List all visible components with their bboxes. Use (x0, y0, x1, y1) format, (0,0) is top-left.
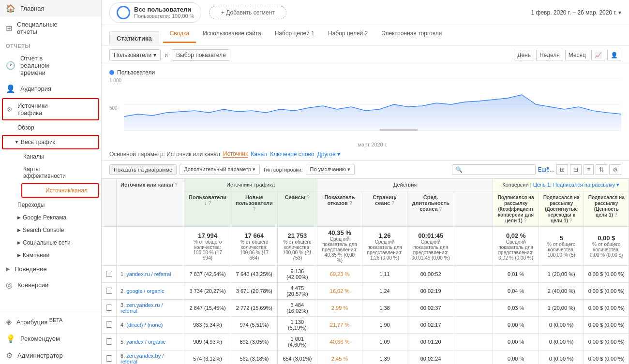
segment-area: Все пользователи Пользователи: 100,00 % … (109, 2, 286, 23)
sidebar-item-google-ads[interactable]: ▶ Google Реклама (0, 211, 101, 224)
row-checkbox-4[interactable] (106, 338, 112, 345)
separator-text: и (165, 52, 168, 58)
th-new-users[interactable]: Новыепользователи ? (231, 191, 278, 227)
y-label-top: 1 000 (109, 78, 121, 83)
row-checkbox-0[interactable] (106, 271, 112, 277)
row-checkbox-3[interactable] (106, 321, 112, 328)
metric-picker[interactable]: Выбор показателя (172, 49, 230, 61)
sidebar-item-home[interactable]: 🏠 Главная (0, 0, 101, 17)
admin-icon: ⚙ (6, 351, 13, 360)
dim-source[interactable]: Источник (223, 150, 248, 158)
expand-icon: ▼ (15, 140, 19, 145)
tab-summary[interactable]: Сводка (163, 25, 196, 43)
more-link[interactable]: Ещё... (538, 166, 554, 173)
all-users-segment[interactable]: Все пользователи Пользователи: 100,00 % (109, 2, 201, 23)
table-controls-right: 🔍 Ещё... ⊞ ⊟ ≡ ⇅ ⚙ (452, 164, 621, 175)
total-conv-goals: 5 % от общего количества: 100,00 % (5) (539, 227, 584, 266)
tab-goal-set-1[interactable]: Набор целей 1 (268, 25, 321, 43)
home-icon: 🏠 (6, 4, 15, 13)
pivot-btn[interactable]: ⊟ (570, 164, 582, 175)
expand-google-icon: ▶ (17, 215, 21, 220)
user-type-btn[interactable]: 👤 (607, 50, 621, 60)
additional-param-btn[interactable]: Дополнительный параметр ▾ (180, 164, 260, 175)
add-segment-button[interactable]: + Добавить сегмент (209, 6, 286, 19)
row-checkbox-5[interactable] (106, 355, 112, 362)
filter-btn[interactable]: ⇅ (596, 164, 607, 175)
th-conv-value[interactable]: Подписался на рассылку (Ценность цели 1)… (584, 191, 629, 227)
sidebar-item-social[interactable]: ▶ Социальные сети (0, 236, 101, 249)
th-users[interactable]: Пользователи ↓ ? (184, 191, 231, 227)
sidebar: 🏠 Главная ⊞ Специальныеотчеты ОТЧЕТЫ 🕐 О… (0, 0, 102, 364)
th-conv-rate[interactable]: Подписался на рассылку (Коэффициент конв… (493, 191, 539, 227)
controls-row: Пользователи ▾ и Выбор показателя День Н… (102, 45, 629, 65)
tab-goal-set-2[interactable]: Набор целей 2 (321, 25, 374, 43)
stats-label[interactable]: Статистика (109, 31, 159, 45)
show-on-chart-btn[interactable]: Показать на диаграмме (109, 164, 177, 175)
sidebar-item-source-channel[interactable]: Источник/канал (21, 183, 99, 198)
th-conv-goals[interactable]: Подписался на рассылку (Достигнутые пере… (539, 191, 584, 227)
th-pages[interactable]: Страниц/сеанс ? (362, 191, 407, 227)
th-dummy-spacer (454, 191, 493, 227)
segment-title: Все пользователи (134, 6, 194, 13)
sidebar-item-search-console[interactable]: ▶ Search Console (0, 224, 101, 236)
sidebar-item-special[interactable]: ⊞ Специальныеотчеты (0, 17, 101, 39)
chart-area: Пользователи 1 000 500 (102, 65, 629, 147)
sidebar-item-admin[interactable]: ⚙ Администратор (0, 347, 101, 364)
search-input[interactable] (464, 166, 532, 173)
date-range-text: 1 февр. 2020 г. – 26 мар. 2020 г. ▾ (531, 9, 621, 16)
sidebar-item-attribution[interactable]: ◈ Атрибуция BETA (0, 313, 101, 330)
dim-channel[interactable]: Канал (251, 151, 267, 158)
sidebar-item-all-traffic[interactable]: ▼ Весь трафик (3, 136, 98, 148)
tab-ecommerce[interactable]: Электронная торговля (374, 25, 449, 43)
search-console-label: Search Console (23, 227, 64, 233)
sidebar-item-traffic-label: Источникитрафика (17, 102, 48, 116)
behavior-label: Поведение (15, 265, 47, 273)
expand-social-icon: ▶ (17, 240, 21, 245)
th-bounce[interactable]: Показательотказов ? (317, 191, 362, 227)
search-box[interactable]: 🔍 (452, 164, 536, 175)
sidebar-item-overview[interactable]: Обзор (0, 121, 101, 134)
table-view-btn[interactable]: ⊞ (556, 164, 568, 175)
sidebar-item-conversions[interactable]: ◎ Конверсии (0, 277, 101, 293)
dim-other[interactable]: Другое ▾ (317, 151, 340, 158)
sidebar-item-treemaps[interactable]: Картыэффективности (0, 163, 101, 182)
sidebar-item-audience[interactable]: 👤 Аудитория (0, 80, 101, 97)
comparison-btn[interactable]: ≡ (584, 164, 594, 175)
th-group-actions: Действия (317, 179, 493, 191)
sidebar-item-behavior[interactable]: ▶ Поведение (0, 262, 101, 277)
dim-keyword[interactable]: Ключевое слово (270, 151, 314, 158)
total-pages: 1,26 Средний показатель для представлени… (362, 227, 407, 266)
chart-container: 1 000 500 (109, 78, 621, 141)
config-btn[interactable]: ⚙ (609, 164, 621, 175)
total-conv-rate: 0,02 % Средний показатель для представле… (493, 227, 539, 266)
row-checkbox-1[interactable] (106, 288, 112, 294)
main-content: Все пользователи Пользователи: 100,00 % … (102, 0, 629, 364)
row-checkbox-2[interactable] (106, 305, 112, 311)
sidebar-item-campaigns[interactable]: ▶ Кампании (0, 249, 101, 262)
sort-type-btn[interactable]: По умолчанию ▾ (306, 164, 355, 175)
sidebar-item-traffic-sources[interactable]: ⚙ Источникитрафика (2, 98, 99, 120)
legend-label: Пользователи (117, 69, 155, 76)
period-month-btn[interactable]: Месяц (565, 50, 589, 60)
expand-campaigns-icon: ▶ (17, 253, 21, 258)
traffic-icon: ⚙ (7, 106, 13, 113)
th-duration[interactable]: Сред.длительностьсеанса ? (407, 191, 454, 227)
period-week-btn[interactable]: Неделя (536, 50, 563, 60)
sidebar-item-referrals[interactable]: Переходы (0, 199, 101, 211)
stats-tab-bar: Статистика Сводка Использование сайта На… (102, 25, 629, 45)
th-sessions[interactable]: Сеансы ? (277, 191, 317, 227)
row-source-4: 5. yandex / organic (117, 334, 184, 350)
metric-dropdown[interactable]: Пользователи ▾ (109, 49, 161, 61)
total-sessions: 21 753 % от общего количества: 100,00 % … (277, 227, 317, 266)
period-day-btn[interactable]: День (514, 50, 534, 60)
sidebar-item-realtime[interactable]: 🕐 Отчет вреальномвремени (0, 51, 101, 80)
table-row: 4. (direct) / (none) 983 (5,34%) 974 (5,… (102, 317, 629, 334)
sidebar-item-recommend[interactable]: 💡 Рекомендуем (0, 330, 101, 347)
chart-type-btn[interactable]: 📈 (591, 50, 605, 60)
search-icon: 🔍 (455, 166, 463, 173)
sidebar-section-reports: ОТЧЕТЫ (0, 39, 101, 51)
top-header: Все пользователи Пользователи: 100,00 % … (102, 0, 629, 25)
sidebar-item-channels[interactable]: Каналы (0, 150, 101, 163)
tab-site-usage[interactable]: Использование сайта (196, 25, 268, 43)
date-range[interactable]: 1 февр. 2020 г. – 26 мар. 2020 г. ▾ (531, 9, 621, 16)
